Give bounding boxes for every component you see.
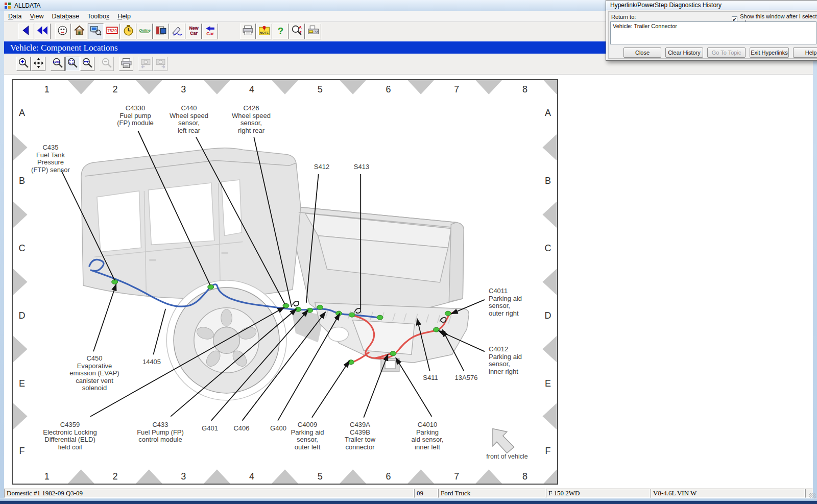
scheduler-button[interactable]	[121, 23, 136, 39]
assistant-button[interactable]	[55, 23, 71, 39]
dialog-titlebar[interactable]: Hyperlink/PowerStep Diagnostics History	[606, 1, 817, 10]
grid-col-5-top: 5	[318, 84, 323, 95]
help-button[interactable]: Help	[793, 47, 817, 58]
grid-row-B-left: B	[19, 176, 25, 186]
grid-col-6-top: 6	[386, 84, 391, 95]
online-button[interactable]: Online	[137, 23, 153, 39]
component-label-l14405[interactable]: 14405	[142, 358, 161, 366]
component-label-c4330[interactable]: C4330 Fuel pump (FP) module	[117, 105, 154, 127]
car-return-button[interactable]: Car	[202, 23, 218, 39]
status-panel-2: Ford Truck	[438, 489, 545, 498]
menu-item-data[interactable]: Data	[4, 11, 26, 21]
grid-row-A-left: A	[19, 108, 25, 118]
harness-connector	[349, 313, 355, 317]
component-label-c4009[interactable]: C4009 Parking aid sensor, outer left	[291, 421, 324, 451]
labor-7520-button[interactable]: 7520	[104, 23, 120, 39]
image-prev-icon	[139, 57, 152, 71]
component-label-s412[interactable]: S412	[314, 163, 329, 171]
grid-col-2-bottom: 2	[113, 471, 118, 482]
component-label-s411[interactable]: S411	[423, 374, 438, 382]
grid-col-7-top: 7	[454, 84, 459, 95]
zoom-width-button[interactable]	[80, 57, 94, 71]
exit-hyperlinks-button[interactable]: Exit Hyperlinks	[750, 47, 789, 58]
history-listbox[interactable]: Vehicle: Trailer Connector	[610, 21, 816, 44]
component-label-c4012[interactable]: C4012 Parking aid sensor, inner right	[489, 346, 522, 375]
menu-item-toolbox[interactable]: Toolbox	[83, 11, 113, 21]
component-label-c4359[interactable]: C4359 Electronic Locking Differential (E…	[43, 421, 97, 451]
grid-col-3-top: 3	[181, 84, 186, 95]
component-label-c426[interactable]: C426 Wheel speed sensor, right rear	[232, 105, 271, 134]
online-icon: Online	[138, 25, 151, 38]
component-label-c440[interactable]: C440 Wheel speed sensor, left rear	[170, 105, 208, 134]
grid-row-C-right: C	[545, 243, 551, 254]
grid-col-7-bottom: 7	[454, 471, 459, 482]
menu-item-help[interactable]: Help	[113, 11, 135, 21]
zoom-fit-icon	[66, 57, 79, 71]
component-label-l13a576[interactable]: 13A576	[455, 374, 478, 382]
history-list-item[interactable]: Vehicle: Trailer Connector	[613, 23, 814, 29]
image-prev-button	[138, 57, 153, 71]
alldata-window: ALLDATA DataViewDatabaseToolboxHelp 7520…	[0, 0, 817, 500]
component-label-c435[interactable]: C435 Fuel Tank Pressure (FTP) sensor	[31, 144, 70, 174]
assistant-icon	[57, 25, 69, 38]
grid-row-C-left: C	[19, 243, 26, 254]
zoom-fit-button[interactable]	[65, 57, 80, 71]
front-of-vehicle-arrow	[493, 429, 514, 453]
component-label-c439ab[interactable]: C439A C439B Trailer tow connector	[345, 421, 375, 451]
harness-connector	[208, 284, 214, 289]
svg-text:FAX: FAX	[314, 31, 319, 33]
grid-row-F-left: F	[19, 446, 25, 457]
menu-item-database[interactable]: Database	[48, 11, 84, 21]
note-button[interactable]: NOTE	[256, 23, 272, 39]
remote-diagnostics-button[interactable]	[88, 23, 104, 39]
home-button[interactable]	[71, 23, 87, 39]
grid-row-E-left: E	[19, 378, 25, 389]
zoom-100-button[interactable]: 100%	[51, 57, 65, 71]
status-panel-0: Domestic #1 1982-09 Q3-09	[4, 489, 414, 498]
grid-col-4-top: 4	[249, 84, 254, 95]
remote-diagnostics-icon	[89, 25, 102, 38]
component-label-c4010[interactable]: C4010 Parking aid sensor, inner left	[412, 421, 444, 451]
print-icon	[120, 57, 133, 71]
go-to-topic-button: Go To Topic	[707, 47, 746, 58]
close-button[interactable]: Close	[623, 47, 661, 58]
component-label-c4011[interactable]: C4011 Parking aid sensor, outer right	[489, 287, 522, 317]
component-label-s413[interactable]: S413	[354, 163, 369, 171]
print-icon	[242, 25, 254, 38]
hyperlink-history-dialog: Hyperlink/PowerStep Diagnostics History …	[606, 0, 817, 61]
zoom-in-icon	[17, 57, 30, 71]
clear-history-button[interactable]: Clear History	[665, 47, 703, 58]
back-icon	[20, 25, 33, 38]
topic-header-title: Vehicle: Component Locations	[10, 43, 118, 53]
labor-7520-icon: 7520	[106, 25, 118, 38]
back-history-icon	[36, 25, 49, 38]
print-button[interactable]	[240, 23, 256, 39]
fax-icon: FAX	[307, 25, 320, 38]
svg-text:7520: 7520	[107, 28, 117, 33]
component-label-g401[interactable]: G401	[202, 425, 218, 433]
harness-connector	[445, 311, 451, 316]
menu-item-view[interactable]: View	[26, 11, 47, 21]
component-label-c406[interactable]: C406	[233, 425, 249, 433]
fax-button[interactable]: FAX	[305, 23, 321, 39]
parts-catalog-button[interactable]	[153, 23, 169, 39]
status-panel-3: F 150 2WD	[546, 489, 650, 498]
back-history-button[interactable]	[35, 23, 51, 39]
zoom-out-button	[100, 57, 114, 71]
zoom-in-button[interactable]	[16, 57, 31, 71]
leader-line	[93, 284, 116, 351]
help-button[interactable]: ?	[273, 23, 289, 39]
image-next-button	[153, 57, 167, 71]
new-car-button[interactable]: NewCar	[186, 23, 202, 39]
print-button[interactable]	[119, 57, 133, 71]
harness-connector	[390, 351, 396, 356]
component-label-c433[interactable]: C433 Fuel Pump (FP) control module	[137, 421, 184, 444]
search-az-button[interactable]: Az	[289, 23, 305, 39]
back-button[interactable]	[18, 23, 34, 39]
component-label-g400[interactable]: G400	[270, 425, 286, 433]
pan-button[interactable]	[31, 57, 45, 71]
signature-button[interactable]	[170, 23, 185, 39]
component-label-c450[interactable]: C450 Evaporative emission (EVAP) caniste…	[69, 355, 119, 392]
zoom-width-icon	[81, 57, 94, 71]
content-area: 1122334455667788AABBCCDDEEFF C4330 Fuel …	[4, 75, 813, 488]
